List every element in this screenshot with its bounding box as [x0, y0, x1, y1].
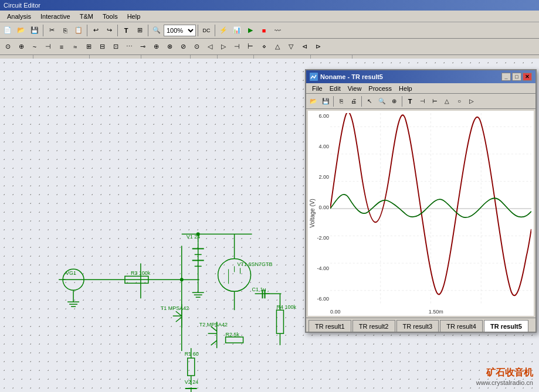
scope-button[interactable]: 📊 [230, 24, 243, 37]
comp-btn-2[interactable]: ⊕ [15, 40, 28, 53]
menu-tm[interactable]: T&M [75, 12, 98, 21]
result-tab-5[interactable]: TR result5 [484, 320, 528, 332]
result-text-btn[interactable]: T [404, 96, 416, 107]
stop-button[interactable]: ■ [257, 24, 270, 37]
result-circle-btn[interactable]: ○ [453, 96, 465, 107]
result-cursor-btn[interactable]: ⊣ [416, 96, 428, 107]
cut-button[interactable]: ✂ [45, 24, 58, 37]
result-save-btn[interactable]: 💾 [320, 96, 331, 107]
zoom-select[interactable]: 100% 50% 200% [164, 25, 196, 36]
comp-btn-13[interactable]: ⊗ [163, 40, 176, 53]
run-button[interactable]: ▶ [244, 24, 257, 37]
result-menu-process[interactable]: Process [365, 84, 395, 93]
maximize-button[interactable]: □ [512, 73, 521, 81]
comp-btn-12[interactable]: ⊕ [150, 40, 162, 53]
dc-button[interactable]: DC [200, 24, 213, 37]
comp-btn-24[interactable]: ⊳ [311, 40, 324, 53]
comp-btn-8[interactable]: ⊟ [96, 40, 109, 53]
svg-text:VT1 6SN7GTB: VT1 6SN7GTB [238, 261, 273, 267]
result-measure-btn[interactable]: △ [441, 96, 453, 107]
comp-btn-9[interactable]: ⊡ [109, 40, 122, 53]
svg-text:T2 MPSA42: T2 MPSA42 [199, 322, 228, 328]
svg-text:T1 MPSA42: T1 MPSA42 [161, 305, 189, 311]
undo-button[interactable]: ↩ [89, 24, 102, 37]
comp-btn-11[interactable]: ⊸ [136, 40, 149, 53]
result-more-btn[interactable]: ▷ [466, 96, 477, 107]
sep2 [87, 25, 87, 36]
comp-btn-16[interactable]: ◁ [204, 40, 216, 53]
svg-text:V2 24: V2 24 [185, 379, 198, 385]
menu-analysis[interactable]: Analysis [2, 12, 36, 21]
comp-btn-21[interactable]: △ [271, 40, 284, 53]
title-bar: Circuit Editor [0, 0, 539, 11]
menu-interactive[interactable]: Interactive [36, 12, 75, 21]
result-tab-1[interactable]: TR result1 [309, 320, 351, 332]
watermark-url: www.crystalradio.cn [476, 379, 533, 386]
chart-area: 6.00 4.00 2.00 0.00 -2.00 -4.00 -6.00 Vo… [308, 111, 534, 316]
probe-button[interactable]: ⚡ [217, 24, 230, 37]
result-toolbar: 📂 💾 ⎘ 🖨 ↖ 🔍 ⊕ T ⊣ ⊢ △ ○ ▷ [306, 94, 535, 109]
minimize-button[interactable]: _ [501, 73, 511, 81]
comp-btn-19[interactable]: ⊢ [244, 40, 257, 53]
text-button[interactable]: T [120, 24, 133, 37]
comp-btn-18[interactable]: ⊣ [230, 40, 243, 53]
watermark: 矿石收音机 www.crystalradio.cn [476, 367, 533, 386]
svg-text:R4 100k: R4 100k [276, 304, 296, 310]
comp-btn-1[interactable]: ⊙ [1, 40, 14, 53]
comp-btn-5[interactable]: ≡ [55, 40, 68, 53]
result-print-btn[interactable]: 🖨 [348, 96, 360, 107]
comp-btn-6[interactable]: ≈ [69, 40, 82, 53]
menubar: Analysis Interactive T&M Tools Help [0, 11, 539, 22]
save-button[interactable]: 💾 [28, 24, 41, 37]
y-tick-n400: -4.00 [308, 265, 330, 271]
open-button[interactable]: 📂 [15, 24, 28, 37]
result-cursor2-btn[interactable]: ⊢ [429, 96, 440, 107]
new-button[interactable]: 📄 [1, 24, 14, 37]
close-button[interactable]: ✕ [523, 73, 532, 81]
sep4 [148, 25, 148, 36]
zoom-fit-button[interactable]: 🔍 [150, 24, 163, 37]
result-menu-view[interactable]: View [344, 84, 365, 93]
y-tick-n200: -2.00 [308, 235, 330, 241]
comp-btn-17[interactable]: ▷ [217, 40, 230, 53]
result-tab-2[interactable]: TR result2 [352, 320, 395, 332]
result-menu-file[interactable]: File [309, 84, 326, 93]
comp-btn-20[interactable]: ⋄ [257, 40, 270, 53]
result-open-btn[interactable]: 📂 [307, 96, 319, 107]
comp-btn-10[interactable]: ⋯ [123, 40, 135, 53]
comp-btn-15[interactable]: ⊙ [190, 40, 203, 53]
result-tab-3[interactable]: TR result3 [396, 320, 439, 332]
result-tab-4[interactable]: TR result4 [440, 320, 483, 332]
svg-rect-44 [226, 337, 243, 343]
main-window: Circuit Editor Analysis Interactive T&M … [0, 0, 539, 392]
paste-button[interactable]: 📋 [72, 24, 85, 37]
sep5 [198, 25, 198, 36]
result-select-btn[interactable]: ↖ [364, 96, 375, 107]
redo-button[interactable]: ↪ [103, 24, 116, 37]
comp-btn-22[interactable]: ▽ [284, 40, 297, 53]
wave-button[interactable]: 〰 [271, 24, 284, 37]
watermark-chinese: 矿石收音机 [476, 367, 533, 379]
menu-help[interactable]: Help [123, 12, 145, 21]
result-sep2 [361, 96, 362, 107]
title-bar-text: Circuit Editor [4, 2, 40, 9]
menu-tools[interactable]: Tools [98, 12, 123, 21]
comp-btn-7[interactable]: ⊞ [82, 40, 95, 53]
result-menu-help[interactable]: Help [395, 84, 416, 93]
bus-button[interactable]: ⊞ [133, 24, 146, 37]
result-zoom-btn[interactable]: 🔍 [376, 96, 388, 107]
sep3 [117, 25, 118, 36]
chart-container: 6.00 4.00 2.00 0.00 -2.00 -4.00 -6.00 Vo… [306, 109, 535, 318]
copy-button[interactable]: ⎘ [59, 24, 72, 37]
y-tick-200: 2.00 [308, 174, 330, 180]
comp-btn-4[interactable]: ⊣ [42, 40, 55, 53]
result-zoom-area-btn[interactable]: ⊕ [388, 96, 400, 107]
result-menu-edit[interactable]: Edit [326, 84, 344, 93]
x-label-0: 0.00 [330, 309, 341, 315]
comp-btn-23[interactable]: ⊲ [298, 40, 311, 53]
comp-btn-3[interactable]: ~ [28, 40, 41, 53]
result-copy-btn[interactable]: ⎘ [335, 96, 347, 107]
comp-btn-14[interactable]: ⊘ [177, 40, 189, 53]
svg-rect-55 [188, 358, 195, 376]
x-axis-labels: 0.00 1.50m [330, 309, 531, 315]
